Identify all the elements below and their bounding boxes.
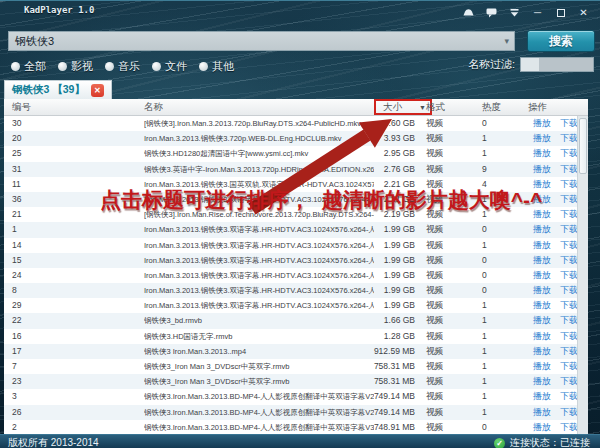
name-filter-input[interactable] (520, 57, 594, 72)
row-download-link[interactable]: 下载 (560, 329, 578, 344)
header-format[interactable]: 格式 (426, 101, 445, 114)
skin-icon[interactable] (508, 7, 521, 18)
results-panel: 编号 名称 大小 ▼ 格式 热度 操作 30[钢铁侠3].Iron.Man.3.… (4, 99, 588, 435)
table-row[interactable]: 2钢铁侠3.Iron.Man.3.2013.BD-MP4-人人影视原创翻译中英双… (4, 420, 588, 435)
row-play-link[interactable]: 播放 (533, 313, 551, 328)
table-row[interactable]: 21[钢铁侠3].Iron.Man.Rise.of.Technovore.201… (4, 207, 588, 222)
row-heat: 1 (482, 207, 487, 222)
table-row[interactable]: 3钢铁侠3.Iron.Man.3.2013.BD-MP4-人人影视原创翻译中英双… (4, 389, 588, 404)
row-download-link[interactable]: 下载 (560, 389, 578, 404)
row-format: 视频 (426, 389, 443, 404)
table-row[interactable]: 24Iron.Man.3.2013.钢铁侠3.双语字幕.HR-HDTV.AC3.… (4, 268, 588, 283)
row-download-link[interactable]: 下载 (560, 374, 578, 389)
table-row[interactable]: 36Iron.Man.3.2013.钢铁侠3.双语字幕.HR-HDTV.AC3.… (4, 192, 588, 207)
row-play-link[interactable]: 播放 (533, 146, 551, 161)
header-id[interactable]: 编号 (12, 101, 31, 114)
row-download-link[interactable]: 下载 (560, 177, 578, 192)
row-download-link[interactable]: 下载 (560, 207, 578, 222)
row-play-link[interactable]: 播放 (533, 359, 551, 374)
message-icon[interactable] (485, 7, 498, 18)
row-play-link[interactable]: 播放 (533, 283, 551, 298)
table-row[interactable]: 11Iron.Man.3.2013.钢铁侠3.国英双轨.双语字幕.HR-HDTV… (4, 177, 588, 192)
header-size[interactable]: 大小 (383, 101, 402, 114)
category-other[interactable]: 其他 (199, 59, 234, 74)
search-input[interactable]: 钢铁侠3 ▾ (8, 31, 515, 51)
search-dropdown-icon[interactable]: ▾ (504, 36, 509, 46)
table-row[interactable]: 15Iron.Man.3.2013.钢铁侠3.双语字幕.HR-HDTV.AC3.… (4, 253, 588, 268)
status-bar: 版权所有 2013-2014 ✓ 连接状态：已连接 (0, 434, 600, 448)
table-row[interactable]: 31钢铁侠3.英语中字-Iron.Man.3.2013.720p.HDRip.U… (4, 162, 588, 177)
row-play-link[interactable]: 播放 (533, 253, 551, 268)
row-format: 视频 (426, 344, 443, 359)
vip-hat-icon[interactable] (462, 7, 475, 18)
row-play-link[interactable]: 播放 (533, 268, 551, 283)
row-play-link[interactable]: 播放 (533, 192, 551, 207)
minimize-icon[interactable]: ─ (531, 7, 544, 18)
row-play-link[interactable]: 播放 (533, 177, 551, 192)
table-row[interactable]: 29Iron.Man.3.2013.钢铁侠3.双语字幕.HR-HDTV.AC3.… (4, 298, 588, 313)
sort-caret-icon[interactable]: ▼ (419, 104, 426, 111)
vertical-scrollbar[interactable] (577, 116, 588, 435)
table-row[interactable]: 22钢铁侠3_bd.rmvb1.66 GB视频1播放下载 (4, 313, 588, 328)
row-play-link[interactable]: 播放 (533, 374, 551, 389)
row-index: 16 (12, 329, 21, 344)
row-download-link[interactable]: 下载 (560, 146, 578, 161)
table-row[interactable]: 1Iron.Man.3.2013.钢铁侠3.双语字幕.HR-HDTV.AC3.1… (4, 222, 588, 237)
tab-search-result[interactable]: 钢铁侠3 【39】 ✕ (4, 80, 112, 99)
row-play-link[interactable]: 播放 (533, 207, 551, 222)
row-download-link[interactable]: 下载 (560, 313, 578, 328)
row-download-link[interactable]: 下载 (560, 283, 578, 298)
row-download-link[interactable]: 下载 (560, 268, 578, 283)
size-sort-highlight-box[interactable]: 大小 ▼ (374, 99, 432, 115)
row-play-link[interactable]: 播放 (533, 420, 551, 435)
category-music[interactable]: 音乐 (105, 59, 140, 74)
row-play-link[interactable]: 播放 (533, 405, 551, 420)
table-row[interactable]: 26钢铁侠3.Iron.Man.3.2013.BD-MP4-人人影视原创翻译中英… (4, 405, 588, 420)
row-download-link[interactable]: 下载 (560, 253, 578, 268)
header-heat[interactable]: 热度 (482, 101, 501, 114)
search-button[interactable]: 搜索 (527, 30, 595, 52)
row-play-link[interactable]: 播放 (533, 222, 551, 237)
row-download-link[interactable]: 下载 (560, 298, 578, 313)
scrollbar-thumb[interactable] (579, 118, 587, 174)
row-download-link[interactable]: 下载 (560, 359, 578, 374)
row-heat: 0 (482, 283, 487, 298)
row-play-link[interactable]: 播放 (533, 298, 551, 313)
row-play-link[interactable]: 播放 (533, 162, 551, 177)
table-row[interactable]: 20Iron.Man.3.2013.钢铁侠3.720p.WEB-DL.Eng.H… (4, 131, 588, 146)
table-row[interactable]: 16钢铁侠3.HD国语无字.rmvb1.28 GB视频1播放下载 (4, 329, 588, 344)
table-row[interactable]: 7钢铁侠3_Iron Man 3_DVDscr中英双字.rmvb758.31 M… (4, 359, 588, 374)
row-play-link[interactable]: 播放 (533, 344, 551, 359)
table-row[interactable]: 23钢铁侠3_Iron Man 3_DVDscr中英双字.rmvb758.31 … (4, 374, 588, 389)
title-bar[interactable]: KadPlayer 1.0 ─ ✕ (0, 1, 600, 27)
row-download-link[interactable]: 下载 (560, 192, 578, 207)
table-row[interactable]: 14Iron.Man.3.2013.钢铁侠3.双语字幕.HR-HDTV.AC3.… (4, 238, 588, 253)
row-play-link[interactable]: 播放 (533, 389, 551, 404)
table-row[interactable]: 17钢铁侠3 Iron.Man.3.2013..mp4912.59 MB视频1播… (4, 344, 588, 359)
table-row[interactable]: 8Iron.Man.3.2013.钢铁侠3.双语字幕.HR-HDTV.AC3.1… (4, 283, 588, 298)
table-row[interactable]: 25钢铁侠3.HD1280超清国语中字[www.ysmi.cc].mkv2.95… (4, 146, 588, 161)
tab-close-icon[interactable]: ✕ (91, 84, 104, 97)
row-download-link[interactable]: 下载 (560, 116, 578, 131)
maximize-icon[interactable] (554, 7, 567, 18)
row-download-link[interactable]: 下载 (560, 420, 578, 435)
category-video[interactable]: 影视 (58, 59, 93, 74)
table-row[interactable]: 30[钢铁侠3].Iron.Man.3.2013.720p.BluRay.DTS… (4, 116, 588, 131)
category-all[interactable]: 全部 (11, 59, 46, 74)
row-download-link[interactable]: 下载 (560, 131, 578, 146)
category-label: 其他 (212, 59, 234, 74)
row-play-link[interactable]: 播放 (533, 329, 551, 344)
row-play-link[interactable]: 播放 (533, 131, 551, 146)
close-icon[interactable]: ✕ (577, 7, 590, 18)
row-download-link[interactable]: 下载 (560, 162, 578, 177)
category-file[interactable]: 文件 (152, 59, 187, 74)
row-download-link[interactable]: 下载 (560, 238, 578, 253)
row-size: 758.31 MB (334, 359, 415, 374)
row-download-link[interactable]: 下载 (560, 405, 578, 420)
row-download-link[interactable]: 下载 (560, 222, 578, 237)
header-name[interactable]: 名称 (144, 101, 163, 114)
row-play-link[interactable]: 播放 (533, 238, 551, 253)
row-download-link[interactable]: 下载 (560, 344, 578, 359)
row-index: 1 (12, 222, 17, 237)
row-play-link[interactable]: 播放 (533, 116, 551, 131)
